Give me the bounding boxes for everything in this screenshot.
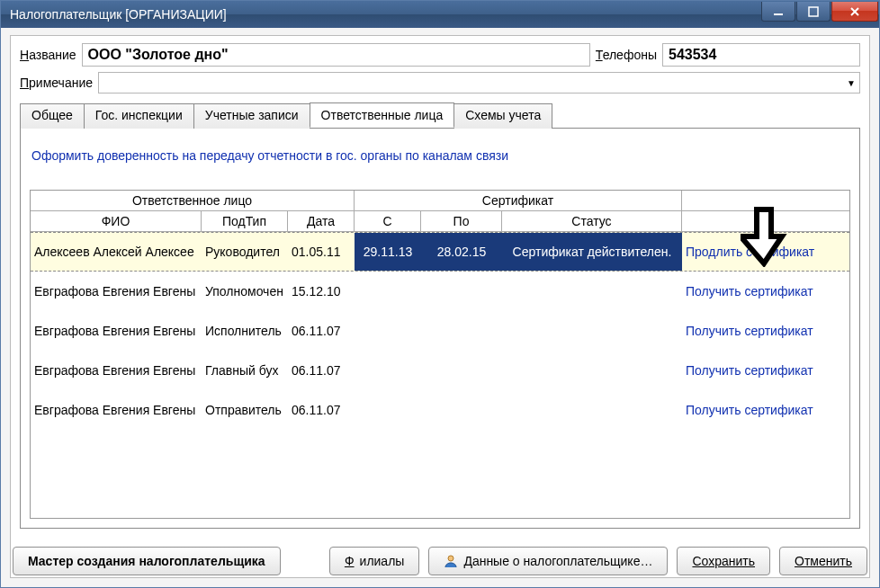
- get-certificate-link[interactable]: Получить сертификат: [686, 324, 813, 338]
- save-button[interactable]: Сохранить: [677, 547, 770, 575]
- window-title: Налогоплательщик [ОРГАНИЗАЦИИ]: [10, 7, 761, 22]
- get-certificate-link[interactable]: Получить сертификат: [686, 363, 813, 378]
- get-certificate-link[interactable]: Получить сертификат: [686, 403, 813, 417]
- get-certificate-link[interactable]: Получить сертификат: [686, 284, 813, 298]
- cell-to: [421, 351, 502, 389]
- svg-point-2: [448, 556, 453, 561]
- extend-certificate-link[interactable]: Продлить сертификат: [686, 245, 814, 259]
- cell-to: [421, 390, 502, 429]
- header-status[interactable]: Статус: [502, 211, 682, 232]
- header-group-person: Ответственное лицо: [31, 191, 355, 211]
- note-row: Примечание ▼: [20, 72, 860, 94]
- phones-input[interactable]: [662, 43, 860, 67]
- cert-block: [355, 272, 682, 310]
- titlebar: Налогоплательщик [ОРГАНИЗАЦИИ]: [1, 1, 879, 28]
- tab-responsible[interactable]: Ответственные лица: [310, 102, 455, 128]
- cell-date: 15.12.10: [288, 272, 355, 310]
- header-group-cert: Сертификат: [355, 191, 682, 211]
- responsible-grid: Ответственное лицо Сертификат ФИО ПодТип…: [30, 190, 850, 519]
- taxpayer-wizard-button[interactable]: Мастер создания налогоплательщика: [13, 547, 281, 575]
- cell-fio: Евграфова Евгения Евгены: [31, 272, 202, 310]
- tab-general[interactable]: Общее: [20, 103, 85, 129]
- cell-action: Получить сертификат: [682, 272, 849, 310]
- cell-status: [502, 272, 682, 310]
- table-row[interactable]: Алексеев Алексей АлексееРуководител01.05…: [31, 232, 849, 272]
- table-row[interactable]: Евграфова Евгения ЕвгеныИсполнитель06.11…: [31, 311, 849, 351]
- cell-status: [502, 311, 682, 350]
- branches-button[interactable]: Филиалы: [329, 547, 419, 575]
- table-row[interactable]: Евграфова Евгения ЕвгеныОтправитель06.11…: [31, 390, 849, 430]
- cell-fio: Евграфова Евгения Евгены: [31, 351, 202, 389]
- tabstrip: Общее Гос. инспекции Учетные записи Отве…: [20, 102, 860, 129]
- cell-action: Продлить сертификат: [682, 233, 849, 271]
- cell-type: Руководител: [202, 233, 288, 271]
- cell-type: Главный бух: [202, 351, 288, 389]
- main-panel: Название Телефоны Примечание ▼ Общее Гос…: [10, 35, 870, 578]
- person-icon: [444, 554, 458, 568]
- cell-from: [355, 390, 421, 429]
- minimize-button[interactable]: [761, 2, 795, 22]
- window-controls: [761, 1, 879, 28]
- client-area: Название Телефоны Примечание ▼ Общее Гос…: [1, 28, 879, 587]
- name-row: Название Телефоны: [20, 43, 860, 67]
- cancel-button[interactable]: Отменить: [779, 547, 867, 575]
- header-date[interactable]: Дата: [288, 211, 355, 232]
- cell-date: 06.11.07: [288, 390, 355, 429]
- cell-status: [502, 351, 682, 389]
- cell-action: Получить сертификат: [682, 351, 849, 389]
- svg-rect-0: [774, 13, 783, 15]
- header-from[interactable]: С: [355, 211, 421, 232]
- cell-action: Получить сертификат: [682, 390, 849, 429]
- tab-body: Оформить доверенность на передачу отчетн…: [20, 129, 860, 529]
- header-group-action: [682, 191, 849, 211]
- name-label: Название: [20, 48, 76, 62]
- cell-date: 01.05.11: [288, 233, 355, 271]
- cell-fio: Алексеев Алексей Алексее: [31, 233, 202, 271]
- close-button[interactable]: [831, 2, 878, 22]
- header-type[interactable]: ПодТип: [202, 211, 288, 232]
- app-window: Налогоплательщик [ОРГАНИЗАЦИИ] Название …: [0, 0, 880, 588]
- tab-accounts[interactable]: Учетные записи: [193, 103, 310, 129]
- cell-type: Исполнитель: [202, 311, 288, 350]
- note-label: Примечание: [20, 76, 93, 90]
- header-to[interactable]: По: [421, 211, 502, 232]
- cell-status: [502, 390, 682, 429]
- create-power-of-attorney-link[interactable]: Оформить доверенность на передачу отчетн…: [31, 148, 850, 163]
- cert-block: [355, 351, 682, 389]
- table-row[interactable]: Евграфова Евгения ЕвгеныГлавный бух06.11…: [31, 351, 849, 390]
- button-bar: Мастер создания налогоплательщика Филиал…: [13, 547, 867, 575]
- header-action: [682, 211, 849, 232]
- phones-label: Телефоны: [596, 48, 657, 62]
- table-row[interactable]: Евграфова Евгения ЕвгеныУполномочен15.12…: [31, 272, 849, 311]
- cell-type: Уполномочен: [202, 272, 288, 310]
- cert-block: 29.11.1328.02.15Сертификат действителен.: [355, 233, 682, 271]
- cell-from: [355, 272, 421, 310]
- maximize-button[interactable]: [796, 2, 831, 22]
- cell-to: [421, 311, 502, 350]
- cell-action: Получить сертификат: [682, 311, 849, 350]
- grid-body: Алексеев Алексей АлексееРуководител01.05…: [31, 232, 849, 518]
- cell-to: 28.02.15: [421, 233, 502, 271]
- note-combo[interactable]: ▼: [98, 72, 860, 94]
- cell-date: 06.11.07: [288, 351, 355, 389]
- cell-date: 06.11.07: [288, 311, 355, 350]
- tab-inspections[interactable]: Гос. инспекции: [84, 103, 194, 129]
- cell-to: [421, 272, 502, 310]
- cert-block: [355, 390, 682, 429]
- cell-type: Отправитель: [202, 390, 288, 429]
- cell-fio: Евграфова Евгения Евгены: [31, 390, 202, 429]
- grid-header: Ответственное лицо Сертификат ФИО ПодТип…: [31, 191, 849, 232]
- tab-schemas[interactable]: Схемы учета: [453, 103, 552, 129]
- header-fio[interactable]: ФИО: [31, 211, 202, 232]
- cell-from: [355, 311, 421, 350]
- svg-rect-1: [809, 7, 818, 16]
- name-input[interactable]: [82, 43, 590, 67]
- cell-status: Сертификат действителен.: [502, 233, 682, 271]
- cell-from: 29.11.13: [355, 233, 421, 271]
- cert-block: [355, 311, 682, 350]
- taxpayer-details-button[interactable]: Данные о налогоплательщике…: [428, 547, 668, 575]
- cell-fio: Евграфова Евгения Евгены: [31, 311, 202, 350]
- chevron-down-icon: ▼: [847, 78, 856, 88]
- cell-from: [355, 351, 421, 389]
